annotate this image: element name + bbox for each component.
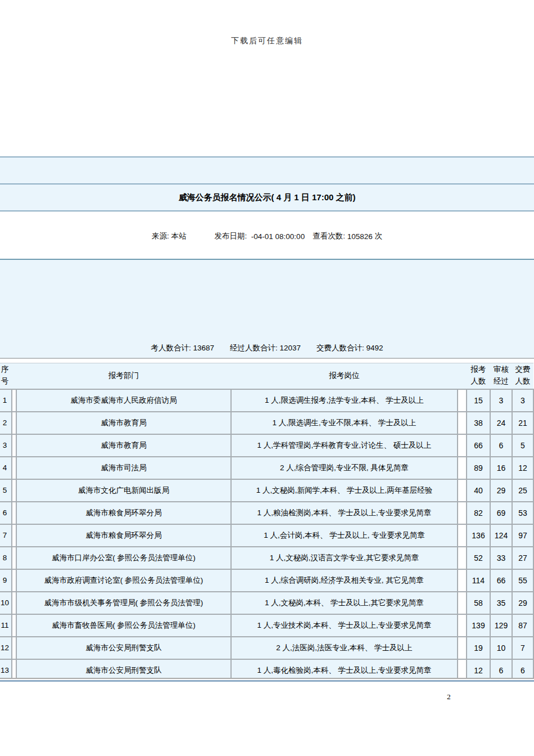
table-row: 11威海市畜牧兽医局( 参照公务员法管理单位)1 人,专业技术岗,本科、 学士及… bbox=[0, 614, 533, 637]
header-audit: 审核经过 bbox=[490, 363, 512, 389]
cell-spacer bbox=[12, 479, 16, 502]
cell-position: 1 人,文秘岗,本科、 学士及以上,其它要求见简章 bbox=[231, 592, 458, 614]
table-header-row: 序号 报考部门 报考岗位 报考人数 审核经过 交费人数 bbox=[0, 363, 533, 389]
cell-paid: 27 bbox=[512, 547, 533, 569]
header-applicants: 报考人数 bbox=[467, 363, 490, 389]
cell-index: 12 bbox=[0, 637, 12, 659]
cell-paid: 53 bbox=[512, 502, 533, 524]
article-meta-row: 来源: 本站 发布日期: -04-01 08:00:00 查看次数: 10582… bbox=[0, 228, 534, 244]
table-bottom-rule-steel bbox=[0, 680, 534, 682]
cell-paid: 21 bbox=[512, 412, 533, 434]
cell-applicants: 19 bbox=[467, 637, 490, 659]
cell-spacer bbox=[458, 434, 467, 457]
cell-index: 7 bbox=[0, 524, 12, 547]
cell-position: 2 人,法医岗,法医专业,本科、 学士及以上 bbox=[231, 637, 458, 659]
watermark-text: 下载后可任意编辑 bbox=[0, 36, 534, 46]
cell-spacer bbox=[458, 547, 467, 569]
cell-applicants: 66 bbox=[467, 434, 490, 457]
cell-index: 8 bbox=[0, 547, 12, 569]
cell-position: 1 人,毒化检验岗,本科、 学士及以上,专业要求见简章 bbox=[231, 659, 458, 680]
cell-spacer bbox=[458, 457, 467, 479]
cell-applicants: 40 bbox=[467, 479, 490, 502]
cell-spacer bbox=[458, 592, 467, 614]
cell-audit: 3 bbox=[490, 389, 512, 412]
cell-paid: 6 bbox=[512, 659, 533, 680]
cell-index: 3 bbox=[0, 434, 12, 457]
header-paid: 交费人数 bbox=[512, 363, 533, 389]
cell-position: 2 人,综合管理岗,专业不限, 具体见简章 bbox=[231, 457, 458, 479]
applicants-total: 考人数合计: 13687 bbox=[151, 343, 214, 353]
cell-department: 威海市畜牧兽医局( 参照公务员法管理单位) bbox=[16, 614, 231, 637]
cell-applicants: 139 bbox=[467, 614, 490, 637]
cell-position: 1 人,限选调生报考,法学专业,本科、 学士及以上 bbox=[231, 389, 458, 412]
cell-spacer bbox=[12, 389, 16, 412]
cell-audit: 24 bbox=[490, 412, 512, 434]
cell-applicants: 89 bbox=[467, 457, 490, 479]
cell-spacer bbox=[12, 569, 16, 592]
cell-audit: 33 bbox=[490, 547, 512, 569]
cell-index: 9 bbox=[0, 569, 12, 592]
top-empty-band bbox=[0, 156, 534, 184]
cell-spacer bbox=[12, 524, 16, 547]
cell-applicants: 58 bbox=[467, 592, 490, 614]
table-row: 12威海市公安局刑警支队2 人,法医岗,法医专业,本科、 学士及以上19107 bbox=[0, 637, 533, 659]
cell-spacer bbox=[12, 457, 16, 479]
table-row: 6威海市粮食局环翠分局1 人,粮油检测岗,本科、 学士及以上,专业要求见简章82… bbox=[0, 502, 533, 524]
cell-paid: 3 bbox=[512, 389, 533, 412]
cell-applicants: 114 bbox=[467, 569, 490, 592]
views-value: 105826 bbox=[347, 232, 373, 241]
views-unit: 次 bbox=[375, 231, 383, 241]
cell-applicants: 82 bbox=[467, 502, 490, 524]
cell-paid: 5 bbox=[512, 434, 533, 457]
cell-position: 1 人,学科管理岗,学科教育专业,讨论生、 硕士及以上 bbox=[231, 434, 458, 457]
page-title: 威海公务员报名情况公示( 4 月 1 日 17:00 之前) bbox=[178, 192, 355, 203]
cell-department: 威海市粮食局环翠分局 bbox=[16, 502, 231, 524]
cell-index: 5 bbox=[0, 479, 12, 502]
cell-position: 1 人,文秘岗,汉语言文学专业,其它要求见简章 bbox=[231, 547, 458, 569]
cell-spacer bbox=[12, 547, 16, 569]
cell-applicants: 38 bbox=[467, 412, 490, 434]
table-body: 1威海市委威海市人民政府信访局1 人,限选调生报考,法学专业,本科、 学士及以上… bbox=[0, 389, 533, 680]
cell-spacer bbox=[458, 502, 467, 524]
cell-spacer bbox=[458, 569, 467, 592]
passed-total: 经过人数合计: 12037 bbox=[230, 343, 301, 353]
cell-spacer bbox=[458, 524, 467, 547]
cell-spacer bbox=[12, 592, 16, 614]
cell-spacer bbox=[12, 434, 16, 457]
table-row: 9威海市政府调查讨论室( 参照公务员法管理单位)1 人,综合调研岗,经济学及相关… bbox=[0, 569, 533, 592]
registration-table: 序号 报考部门 报考岗位 报考人数 审核经过 交费人数 1威海市委威海市人民政府… bbox=[0, 363, 534, 679]
cell-paid: 29 bbox=[512, 592, 533, 614]
cell-audit: 6 bbox=[490, 434, 512, 457]
source-value: 本站 bbox=[171, 231, 187, 241]
cell-paid: 55 bbox=[512, 569, 533, 592]
cell-position: 1 人,限选调生,专业不限,本科、 学士及以上 bbox=[231, 412, 458, 434]
publish-date-label: 发布日期: bbox=[215, 231, 247, 241]
cell-department: 威海市市级机关事务管理局( 参照公务员法管理) bbox=[16, 592, 231, 614]
cell-index: 4 bbox=[0, 457, 12, 479]
cell-applicants: 15 bbox=[467, 389, 490, 412]
totals-row: 考人数合计: 13687 经过人数合计: 12037 交费人数合计: 9492 bbox=[0, 343, 534, 353]
paid-total: 交费人数合计: 9492 bbox=[316, 343, 383, 353]
cell-department: 威海市教育局 bbox=[16, 434, 231, 457]
cell-spacer bbox=[458, 412, 467, 434]
cell-index: 10 bbox=[0, 592, 12, 614]
cell-audit: 10 bbox=[490, 637, 512, 659]
table-row: 8威海市口岸办公室( 参照公务员法管理单位)1 人,文秘岗,汉语言文学专业,其它… bbox=[0, 547, 533, 569]
header-spacer bbox=[12, 363, 16, 389]
cell-spacer bbox=[458, 659, 467, 680]
header-position: 报考岗位 bbox=[231, 363, 458, 389]
cell-audit: 35 bbox=[490, 592, 512, 614]
cell-spacer bbox=[12, 659, 16, 680]
cell-applicants: 12 bbox=[467, 659, 490, 680]
table-row: 1威海市委威海市人民政府信访局1 人,限选调生报考,法学专业,本科、 学士及以上… bbox=[0, 389, 533, 412]
table-row: 3威海市教育局1 人,学科管理岗,学科教育专业,讨论生、 硕士及以上6665 bbox=[0, 434, 533, 457]
cell-audit: 6 bbox=[490, 659, 512, 680]
cell-position: 1 人,会计岗,本科、 学士及以上, 专业要求见简章 bbox=[231, 524, 458, 547]
cell-audit: 16 bbox=[490, 457, 512, 479]
cell-spacer bbox=[458, 614, 467, 637]
cell-applicants: 136 bbox=[467, 524, 490, 547]
cell-paid: 12 bbox=[512, 457, 533, 479]
cell-department: 威海市口岸办公室( 参照公务员法管理单位) bbox=[16, 547, 231, 569]
table-row: 4威海市司法局2 人,综合管理岗,专业不限, 具体见简章891612 bbox=[0, 457, 533, 479]
cell-audit: 69 bbox=[490, 502, 512, 524]
